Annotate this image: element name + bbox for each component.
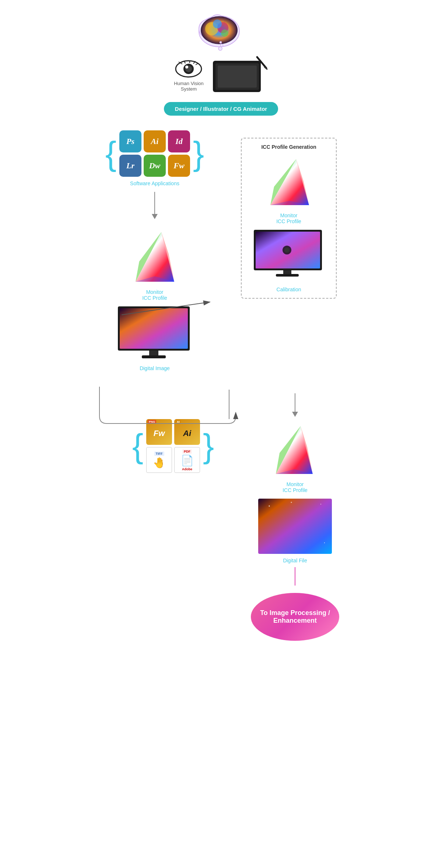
- ai-label-2: Ai: [183, 429, 191, 438]
- gamut-triangle-2: [261, 154, 316, 209]
- svg-point-63: [269, 506, 270, 507]
- digital-image-label: Digital Image: [140, 365, 170, 371]
- svg-rect-38: [142, 355, 166, 358]
- svg-rect-32: [120, 308, 188, 349]
- gamut-1: MonitorICC Profile: [124, 225, 185, 301]
- gamut-triangle-3: [267, 421, 324, 478]
- monitor-icc-label-3: MonitorICC Profile: [283, 481, 308, 493]
- graphics-tablet-icon: [211, 55, 268, 95]
- app-icon-fw: Fw: [168, 155, 190, 177]
- calibration-monitor: [252, 228, 326, 283]
- app-icon-lr: Lr: [119, 155, 141, 177]
- icc-box: ICC Profile Generation: [241, 138, 337, 299]
- left-brace: {: [105, 137, 116, 170]
- brace-container: { Ps Ai Id Lr Dw Fw }: [105, 130, 204, 177]
- app-icon-id: Id: [168, 130, 190, 152]
- file-grid: PNG Fw AI Ai TIFF 🤚: [146, 419, 200, 473]
- software-icc-row: { Ps Ai Id Lr Dw Fw } Software Applicati…: [0, 130, 442, 371]
- arrow-down-1: [152, 192, 158, 219]
- connector-line-left: [229, 390, 229, 419]
- eye-container: Human VisionSystem: [174, 59, 204, 92]
- designer-badge: Designer / Illustrator / CG Animator: [164, 102, 278, 116]
- svg-point-16: [185, 66, 188, 68]
- monitor-display-1: [116, 305, 193, 362]
- app-icon-dw: Dw: [144, 155, 166, 177]
- file-icon-fw: PNG Fw: [146, 419, 172, 445]
- svg-line-21: [196, 63, 198, 65]
- svg-point-11: [220, 44, 223, 47]
- svg-point-64: [320, 504, 321, 505]
- ai-badge: AI: [176, 420, 181, 424]
- digital-file-label: Digital File: [283, 558, 307, 563]
- arrow-down-2: [292, 393, 298, 417]
- gamut-3: MonitorICC Profile: [267, 421, 324, 493]
- calibration-label: Calibration: [277, 287, 301, 292]
- section-top: Human VisionSystem Designer / Illustrato…: [164, 0, 278, 116]
- file-brace-container: { PNG Fw AI Ai: [132, 419, 214, 473]
- svg-point-65: [291, 502, 292, 503]
- tiff-badge: TIFF: [154, 451, 164, 456]
- svg-rect-52: [276, 274, 299, 277]
- file-left-brace: {: [132, 429, 143, 463]
- file-icon-pdf: PDF 📄 Adobe: [174, 447, 200, 473]
- monitor-icc-label-2: MonitorICC Profile: [276, 212, 301, 224]
- processing-ellipse: To Image Processing /Enhancement: [251, 593, 339, 641]
- svg-point-50: [284, 247, 290, 253]
- file-icon-tiff: TIFF 🤚: [146, 447, 172, 473]
- svg-rect-24: [218, 66, 257, 88]
- svg-point-66: [324, 542, 325, 543]
- icc-title: ICC Profile Generation: [261, 144, 316, 150]
- page-container: Human VisionSystem Designer / Illustrato…: [0, 0, 442, 656]
- cloud-brain-icon: [192, 7, 250, 52]
- png-badge: PNG: [148, 420, 156, 424]
- svg-point-12: [220, 42, 221, 43]
- file-right-brace: }: [203, 429, 214, 463]
- pdf-badge: PDF: [182, 449, 192, 454]
- bottom-row: { PNG Fw AI Ai: [0, 390, 442, 656]
- svg-point-9: [221, 29, 228, 37]
- tiff-hand-icon: 🤚: [153, 457, 166, 469]
- app-icon-ps: Ps: [119, 130, 141, 152]
- gamut-triangle-1: [124, 225, 185, 285]
- pink-connector: [295, 567, 295, 586]
- icc-col: ICC Profile Generation: [241, 138, 337, 299]
- app-grid: Ps Ai Id Lr Dw Fw: [119, 130, 190, 177]
- digital-file-image: [258, 499, 332, 554]
- pdf-icon: 📄: [181, 454, 194, 467]
- file-icon-ai2: AI Ai: [174, 419, 200, 445]
- svg-point-8: [213, 20, 222, 28]
- software-label: Software Applications: [130, 180, 179, 186]
- monitor-1: Digital Image: [116, 305, 193, 371]
- adobe-label: Adobe: [182, 467, 192, 471]
- software-apps-col: { Ps Ai Id Lr Dw Fw } Software Applicati…: [105, 130, 204, 371]
- app-icon-ai: Ai: [144, 130, 166, 152]
- output-files-col: { PNG Fw AI Ai: [132, 390, 214, 473]
- svg-rect-57: [258, 499, 332, 554]
- monitor-icc-label-1: MonitorICC Profile: [142, 289, 167, 301]
- right-brace: }: [193, 137, 204, 170]
- eye-icon: [175, 59, 203, 79]
- vision-tablet-row: Human VisionSystem: [174, 55, 268, 95]
- human-vision-label: Human VisionSystem: [174, 81, 204, 92]
- svg-point-10: [218, 47, 222, 50]
- svg-rect-37: [149, 351, 158, 356]
- processing-label: To Image Processing /Enhancement: [260, 609, 330, 625]
- fw-label-1: Fw: [154, 429, 165, 438]
- main-flow: Human VisionSystem Designer / Illustrato…: [0, 0, 442, 656]
- right-output-col: MonitorICC Profile: [251, 390, 339, 656]
